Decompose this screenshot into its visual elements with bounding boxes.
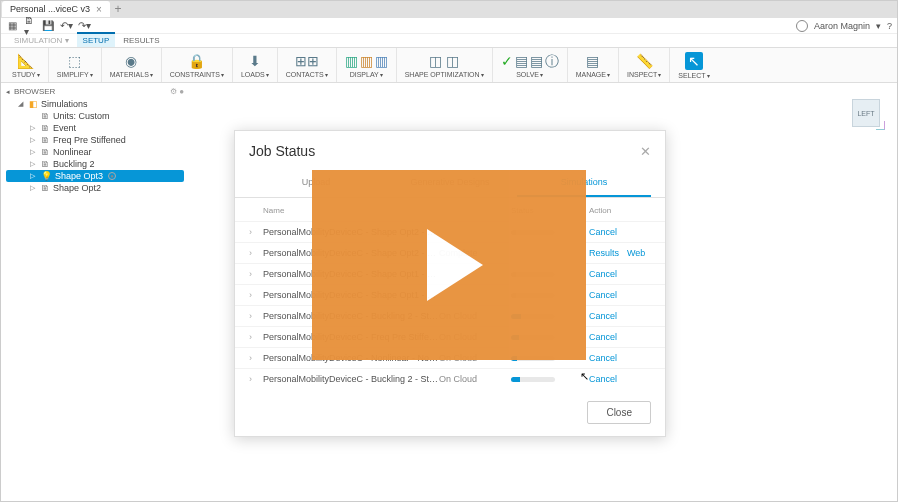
video-play-overlay[interactable]: [312, 170, 586, 360]
bulb-icon: 💡: [41, 171, 52, 181]
app-bar: ▦ 🗎▾ 💾 ↶▾ ↷▾ Aaron Magnin▾ ?: [0, 18, 898, 34]
doc-icon: 🗎: [41, 123, 50, 133]
group-materials[interactable]: ◉ MATERIALS▾: [102, 48, 162, 82]
doc-icon: 🗎: [41, 135, 50, 145]
cube-icon: ◧: [29, 99, 38, 109]
workspace-dropdown[interactable]: SIMULATION ▾: [8, 34, 75, 47]
solve-icon: ✓: [501, 54, 513, 68]
tree-item[interactable]: ▷🗎Nonlinear: [6, 146, 184, 158]
close-button[interactable]: Close: [587, 401, 651, 424]
browser-panel: ◂ BROWSER ⚙ ● ◢◧Simulations 🗎Units: Cust…: [0, 83, 190, 502]
viewcube[interactable]: LEFT: [852, 99, 880, 127]
tree-item[interactable]: ▷🗎Freq Pre Stiffened: [6, 134, 184, 146]
dialog-title: Job Status: [249, 143, 315, 159]
help-icon[interactable]: ?: [887, 21, 892, 31]
doc-icon: 🗎: [41, 147, 50, 157]
job-location: On Cloud: [439, 374, 511, 384]
undo-icon[interactable]: ↶▾: [60, 20, 72, 32]
inspect-icon: 📏: [636, 54, 653, 68]
action-link[interactable]: Cancel: [589, 353, 617, 363]
tab-setup[interactable]: SETUP: [77, 32, 116, 47]
ribbon-tabs: SIMULATION ▾ SETUP RESULTS: [0, 34, 898, 48]
action-link[interactable]: Web: [627, 248, 645, 258]
contacts-icon: ⊞⊞: [295, 54, 319, 68]
radio-icon[interactable]: ●: [108, 172, 116, 180]
document-tab-bar: Personal ...viceC v3 × +: [0, 0, 898, 18]
col-action: Action: [589, 206, 651, 215]
group-simplify[interactable]: ⬚ SIMPLIFY▾: [49, 48, 102, 82]
solve-icon3: ▤: [530, 54, 543, 68]
tree-root[interactable]: ◢◧Simulations: [6, 98, 184, 110]
doc-icon: 🗎: [41, 111, 50, 121]
tree-item[interactable]: ▷🗎Shape Opt2: [6, 182, 184, 194]
tab-results[interactable]: RESULTS: [117, 34, 165, 47]
chevron-right-icon[interactable]: ›: [249, 269, 263, 279]
browser-tree: ◢◧Simulations 🗎Units: Custom ▷🗎Event ▷🗎F…: [6, 98, 184, 194]
job-row[interactable]: ›PersonalMobilityDeviceC - Buckling 2 - …: [235, 368, 665, 389]
user-caret-icon: ▾: [876, 21, 881, 31]
chevron-right-icon[interactable]: ›: [249, 374, 263, 384]
close-icon[interactable]: ✕: [640, 144, 651, 159]
shape-opt-icon: ◫ ◫: [429, 54, 459, 68]
display-icon3: ▥: [375, 54, 388, 68]
action-link[interactable]: Cancel: [589, 332, 617, 342]
group-select[interactable]: ↖ SELECT▾: [670, 48, 717, 82]
solve-icon2: ▤: [515, 54, 528, 68]
group-shape-opt[interactable]: ◫ ◫ SHAPE OPTIMIZATION▾: [397, 48, 493, 82]
group-manage[interactable]: ▤ MANAGE▾: [568, 48, 619, 82]
action-link[interactable]: Cancel: [589, 269, 617, 279]
select-icon: ↖: [688, 54, 700, 68]
browser-title: BROWSER: [14, 87, 55, 96]
solve-icon4: ⓘ: [545, 54, 559, 68]
chevron-right-icon[interactable]: ›: [249, 227, 263, 237]
redo-icon[interactable]: ↷▾: [78, 20, 90, 32]
doc-icon: 🗎: [41, 159, 50, 169]
display-icon: ▥: [345, 54, 358, 68]
group-study[interactable]: 📐 STUDY▾: [4, 48, 49, 82]
group-constraints[interactable]: 🔒 CONSTRAINTS▾: [162, 48, 233, 82]
grid-icon[interactable]: ▦: [6, 20, 18, 32]
collapse-icon: ◂: [6, 88, 10, 96]
document-tab[interactable]: Personal ...viceC v3 ×: [2, 1, 110, 17]
job-name: PersonalMobilityDeviceC - Buckling 2 - S…: [263, 374, 439, 384]
loads-icon: ⬇: [249, 54, 261, 68]
progress-bar: [511, 377, 555, 382]
manage-icon: ▤: [586, 54, 599, 68]
action-link[interactable]: Cancel: [589, 311, 617, 321]
tree-item[interactable]: ▷🗎Buckling 2: [6, 158, 184, 170]
group-display[interactable]: ▥▥▥ DISPLAY▾: [337, 48, 397, 82]
browser-gear-icon[interactable]: ⚙ ●: [170, 87, 184, 96]
file-icon[interactable]: 🗎▾: [24, 20, 36, 32]
ribbon-panel: 📐 STUDY▾ ⬚ SIMPLIFY▾ ◉ MATERIALS▾ 🔒 CONS…: [0, 48, 898, 83]
new-tab-button[interactable]: +: [110, 1, 126, 17]
tree-item[interactable]: 🗎Units: Custom: [6, 110, 184, 122]
action-link[interactable]: Cancel: [589, 374, 617, 384]
tree-item-selected[interactable]: ▷💡Shape Opt3●: [6, 170, 184, 182]
materials-icon: ◉: [125, 54, 137, 68]
doc-icon: 🗎: [41, 183, 50, 193]
action-link[interactable]: Cancel: [589, 290, 617, 300]
constraints-icon: 🔒: [188, 54, 205, 68]
group-loads[interactable]: ⬇ LOADS▾: [233, 48, 278, 82]
display-icon2: ▥: [360, 54, 373, 68]
action-link[interactable]: Results: [589, 248, 619, 258]
user-name[interactable]: Aaron Magnin: [814, 21, 870, 31]
chevron-right-icon[interactable]: ›: [249, 248, 263, 258]
save-icon[interactable]: 💾: [42, 20, 54, 32]
browser-header[interactable]: ◂ BROWSER ⚙ ●: [6, 87, 184, 96]
group-inspect[interactable]: 📏 INSPECT▾: [619, 48, 670, 82]
tree-item[interactable]: ▷🗎Event: [6, 122, 184, 134]
chevron-right-icon[interactable]: ›: [249, 290, 263, 300]
document-tab-title: Personal ...viceC v3: [10, 4, 90, 14]
simplify-icon: ⬚: [68, 54, 81, 68]
group-solve[interactable]: ✓ ▤ ▤ ⓘ SOLVE▾: [493, 48, 568, 82]
play-icon: [427, 229, 483, 301]
action-link[interactable]: Cancel: [589, 227, 617, 237]
group-contacts[interactable]: ⊞⊞ CONTACTS▾: [278, 48, 337, 82]
chevron-right-icon[interactable]: ›: [249, 332, 263, 342]
chevron-right-icon[interactable]: ›: [249, 353, 263, 363]
study-icon: 📐: [17, 54, 34, 68]
close-icon[interactable]: ×: [96, 4, 102, 15]
user-avatar-icon[interactable]: [796, 20, 808, 32]
chevron-right-icon[interactable]: ›: [249, 311, 263, 321]
